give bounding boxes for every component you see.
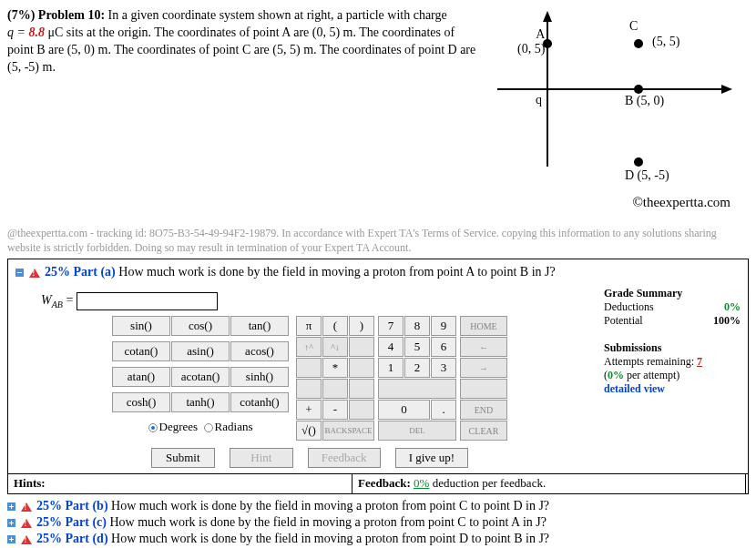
tracking-notice: @theexpertta.com - tracking id: 8O75-B3-… [7, 227, 749, 255]
btn-1[interactable]: 1 [378, 358, 404, 378]
feedback-cell: Feedback: 0% deduction per feedback. [352, 474, 746, 493]
part-a-box: 25% Part (a) How much work is done by th… [7, 259, 749, 474]
btn-5[interactable]: 5 [404, 337, 430, 357]
problem-number: (7%) Problem 10: [7, 8, 108, 22]
giveup-button[interactable]: I give up! [395, 448, 469, 468]
btn-asin[interactable]: asin() [171, 341, 230, 361]
btn-cotanh[interactable]: cotanh() [230, 392, 289, 412]
label-B: B (5, 0) [625, 94, 664, 108]
label-C: C [629, 19, 638, 34]
btn-2[interactable]: 2 [404, 358, 430, 378]
btn-empty2[interactable] [296, 358, 322, 378]
part-b-question: How much work is done by the field in mo… [108, 499, 550, 512]
btn-dot[interactable]: . [431, 400, 456, 420]
btn-home[interactable]: HOME [460, 316, 507, 336]
part-a-percent: 25% Part (a) [45, 265, 116, 279]
btn-tanh[interactable]: tanh() [171, 392, 230, 412]
grade-summary: Grade Summary Deductions0% Potential100%… [604, 287, 741, 468]
warning-icon [21, 535, 32, 544]
perattempt-value: 0% [608, 369, 624, 381]
part-a-question: How much work is done by the field in mo… [116, 265, 556, 279]
q-unit: μC sits at the origin. The coordinates o… [7, 25, 475, 74]
other-parts: 25% Part (b) How much work is done by th… [7, 498, 749, 547]
warning-icon [21, 519, 32, 528]
btn-blank-row[interactable] [378, 379, 456, 399]
btn-acotan[interactable]: acotan() [171, 367, 230, 387]
btn-3[interactable]: 3 [431, 358, 456, 378]
problem-text-1: In a given coordinate system shown at ri… [108, 8, 447, 22]
btn-cosh[interactable]: cosh() [112, 392, 170, 412]
btn-4[interactable]: 4 [378, 337, 404, 357]
btn-cos[interactable]: cos() [171, 316, 230, 336]
part-c-percent: 25% Part (c) [36, 515, 107, 529]
btn-blank[interactable] [460, 379, 507, 399]
btn-end[interactable]: END [460, 400, 507, 420]
label-A: A(0, 5) [517, 27, 545, 56]
warning-icon [29, 269, 40, 278]
hint-button[interactable]: Hint [230, 448, 293, 468]
btn-right[interactable]: → [460, 358, 507, 378]
deductions-value: 0% [724, 300, 741, 314]
btn-backspace[interactable]: BACKSPACE [322, 421, 374, 441]
potential-label: Potential [604, 314, 643, 328]
btn-empty5[interactable] [322, 379, 348, 399]
btn-cotan[interactable]: cotan() [112, 341, 170, 361]
collapse-icon[interactable] [15, 269, 24, 277]
btn-sinh[interactable]: sinh() [230, 367, 289, 387]
deductions-label: Deductions [604, 300, 654, 314]
btn-rparen[interactable]: ) [349, 316, 374, 336]
btn-6[interactable]: 6 [431, 337, 456, 357]
radio-degrees[interactable] [148, 423, 158, 432]
detailed-view-link[interactable]: detailed view [604, 382, 741, 396]
attempts-value[interactable]: 7 [697, 355, 702, 368]
attempts-label: Attempts remaining: [604, 355, 694, 368]
feedback-button[interactable]: Feedback [308, 448, 381, 468]
btn-empty1[interactable] [349, 337, 374, 357]
sym-grid: π ( ) ↑^ ^↓ * + - [296, 316, 374, 441]
expand-icon[interactable] [7, 519, 15, 527]
btn-empty6[interactable] [349, 379, 374, 399]
calculator: sin() cos() tan() cotan() asin() acos() … [15, 316, 604, 468]
btn-minus[interactable]: - [322, 400, 348, 420]
submissions-header: Submissions [604, 341, 741, 355]
btn-plus[interactable]: + [296, 400, 322, 420]
btn-clear[interactable]: CLEAR [460, 421, 507, 441]
btn-atan[interactable]: atan() [112, 367, 170, 387]
btn-empty4[interactable] [296, 379, 322, 399]
feedback-value[interactable]: 0% [414, 476, 429, 490]
svg-marker-3 [721, 85, 732, 94]
btn-del[interactable]: DEL [378, 421, 456, 441]
var-W: W [41, 293, 52, 307]
expand-icon[interactable] [7, 502, 15, 511]
btn-empty7[interactable] [349, 400, 374, 420]
btn-empty3[interactable] [349, 358, 374, 378]
func-grid: sin() cos() tan() cotan() asin() acos() … [112, 316, 289, 441]
btn-tan[interactable]: tan() [230, 316, 289, 336]
btn-0[interactable]: 0 [378, 400, 430, 420]
answer-row: WAB = [41, 292, 604, 310]
btn-sup[interactable]: ↑^ [296, 337, 322, 357]
coord-C: (5, 5) [652, 35, 679, 49]
answer-input[interactable] [77, 292, 218, 310]
hints-feedback-row: Hints: Feedback: 0% deduction per feedba… [7, 474, 749, 494]
btn-left[interactable]: ← [460, 337, 507, 357]
submit-button[interactable]: Submit [151, 448, 215, 468]
btn-mult[interactable]: * [322, 358, 348, 378]
btn-9[interactable]: 9 [431, 316, 456, 336]
part-a-header: 25% Part (a) How much work is done by th… [15, 265, 741, 279]
expand-icon[interactable] [7, 535, 15, 543]
radio-radians[interactable] [204, 423, 213, 432]
problem-header: (7%) Problem 10: In a given coordinate s… [7, 7, 749, 189]
btn-sqrt[interactable]: √() [296, 421, 322, 441]
btn-7[interactable]: 7 [378, 316, 404, 336]
var-sub: AB [52, 299, 63, 310]
btn-sin[interactable]: sin() [112, 316, 170, 336]
feedback-post: deduction per feedback. [429, 476, 546, 490]
btn-8[interactable]: 8 [404, 316, 430, 336]
side-grid: HOME ← → END CLEAR [460, 316, 507, 441]
btn-acos[interactable]: acos() [230, 341, 289, 361]
btn-sub[interactable]: ^↓ [322, 337, 348, 357]
btn-pi[interactable]: π [296, 316, 322, 336]
hints-label: Hints: [8, 474, 352, 493]
btn-lparen[interactable]: ( [322, 316, 348, 336]
